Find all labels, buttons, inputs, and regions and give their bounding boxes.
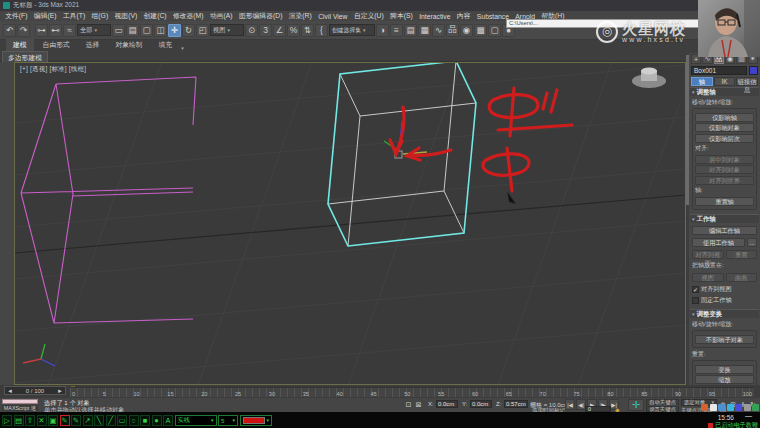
perspective-viewport[interactable]: [+] [透视] [标准] [线框] — [14, 62, 686, 385]
menu-rendering[interactable]: 渲染(R) — [286, 11, 315, 21]
ellipse-tool-icon[interactable]: ○ — [129, 415, 139, 426]
working-pivot-more-button[interactable]: ... — [747, 238, 757, 247]
menu-content[interactable]: 内容 — [454, 11, 474, 21]
highlighter-icon[interactable]: ✎ — [60, 415, 70, 426]
menu-group[interactable]: 组(G) — [88, 11, 111, 21]
affect-hierarchy-only-button[interactable]: 仅影响层次 — [695, 134, 754, 143]
ribbon-tab-object-paint[interactable]: 对象绘制 — [108, 39, 149, 51]
board-icon[interactable]: ▤ — [14, 415, 24, 426]
track-bar-ruler[interactable]: 0 5 10 15 20 25 30 35 40 45 50 55 60 65 … — [70, 387, 754, 397]
bind-spacewarp-icon[interactable]: ≈ — [63, 24, 76, 37]
taskbar-icon[interactable] — [727, 404, 734, 411]
menu-interactive[interactable]: Interactive — [416, 13, 454, 20]
select-object-icon[interactable]: ▭ — [112, 24, 125, 37]
isolate-selection-icon[interactable]: ⊡ — [404, 400, 413, 409]
layer-manager-icon[interactable]: ▤ — [404, 24, 417, 37]
align-icon[interactable]: ≡ — [390, 24, 403, 37]
menu-modifiers[interactable]: 修改器(M) — [170, 11, 207, 21]
snap-3d-icon[interactable]: 3 — [259, 24, 272, 37]
maxscript-listener-label[interactable]: MAXScript 迷 — [2, 405, 38, 411]
menu-animation[interactable]: 动画(A) — [207, 11, 236, 21]
material-editor-icon[interactable]: ◉ — [460, 24, 473, 37]
align-to-view-button[interactable]: 对齐到视图 — [692, 250, 724, 259]
select-region-icon[interactable]: ▢ — [140, 24, 153, 37]
angle-snap-icon[interactable]: ∠ — [273, 24, 286, 37]
viewport-label[interactable]: [+] [透视] [标准] [线框] — [20, 65, 86, 74]
pen-icon[interactable]: ✎ — [71, 415, 81, 426]
checked-checkbox-icon[interactable]: ✓ — [692, 286, 699, 293]
text-tool-icon[interactable]: A — [163, 415, 173, 426]
schematic-view-icon[interactable]: 品 — [446, 24, 459, 37]
menu-civil-view[interactable]: Civil View — [315, 13, 351, 20]
pink-wireframe-box[interactable] — [21, 77, 196, 323]
filled-circle-icon[interactable]: ● — [152, 415, 162, 426]
y-coord-field[interactable]: 0.0cm — [470, 400, 492, 408]
maxscript-macro-line[interactable] — [2, 399, 38, 404]
reset-transform-button[interactable]: 变换 — [695, 365, 754, 374]
taskbar-icon[interactable] — [752, 404, 759, 411]
taskbar-icon[interactable] — [701, 404, 708, 411]
auto-key-button[interactable]: 自动关键点 — [646, 399, 679, 405]
set-keys-button[interactable]: ✛ — [628, 399, 644, 411]
pivot-mode-tab[interactable]: 轴 — [691, 77, 713, 86]
rotate-icon[interactable]: ↻ — [182, 24, 195, 37]
affect-object-only-button[interactable]: 仅影响对象 — [695, 123, 754, 132]
curve-editor-icon[interactable]: ∿ — [432, 24, 445, 37]
x-coord-field[interactable]: 0.0cm — [436, 400, 458, 408]
use-working-pivot-button[interactable]: 使用工作轴 — [692, 238, 745, 247]
prev-frame-arrow-icon[interactable]: ◄ — [7, 388, 13, 394]
rollout-working-pivot[interactable]: ▾ 工作轴 — [690, 214, 759, 223]
unchecked-checkbox-icon[interactable] — [692, 297, 699, 304]
link-info-mode-tab[interactable]: 链接信息 — [736, 77, 758, 86]
taskbar-icon[interactable] — [710, 404, 717, 411]
rollout-adjust-transform[interactable]: ▾ 调整变换 — [690, 309, 759, 318]
reset-scale-button[interactable]: 缩放 — [695, 375, 754, 384]
menu-scripting[interactable]: 脚本(S) — [387, 11, 416, 21]
select-link-icon[interactable]: ⊶ — [35, 24, 48, 37]
taskbar-icon[interactable] — [718, 404, 725, 411]
ribbon-tab-populate[interactable]: 填充 — [152, 39, 180, 51]
taskbar-icon[interactable] — [744, 404, 751, 411]
arrow-tool-icon[interactable]: ↗ — [83, 415, 93, 426]
reset-pivot-button[interactable]: 重置轴 — [695, 197, 754, 206]
close-icon[interactable]: ✕ — [37, 415, 47, 426]
place-view-button[interactable]: 视图 — [692, 273, 724, 282]
selection-filter-dropdown[interactable]: 全部 ▾ — [77, 24, 111, 36]
viewport-canvas[interactable] — [15, 63, 685, 384]
redo-icon[interactable]: ↷ — [17, 24, 30, 37]
menu-file[interactable]: 文件(F) — [2, 11, 31, 21]
ribbon-toggle-icon[interactable]: ▦ — [418, 24, 431, 37]
menu-customize[interactable]: 自定义(U) — [351, 11, 387, 21]
ribbon-tab-modeling[interactable]: 建模 — [6, 39, 34, 51]
ribbon-tab-selection[interactable]: 选择 — [79, 39, 107, 51]
unlink-icon[interactable]: ⊷ — [49, 24, 62, 37]
affect-pivot-only-button[interactable]: 仅影响轴 — [695, 113, 754, 122]
minimize-glyph[interactable]: — — [745, 412, 752, 419]
move-icon[interactable]: ✛ — [168, 24, 181, 37]
pen-size-dropdown[interactable]: 5 ▾ — [218, 415, 238, 426]
ribbon-tab-freeform[interactable]: 自由形式 — [36, 39, 77, 51]
rendered-frame-icon[interactable]: ▢ — [488, 24, 501, 37]
polygon-modeling-tab[interactable]: 多边形建模 — [2, 51, 48, 62]
center-to-object-button[interactable]: 居中到对象 — [695, 155, 754, 164]
upload-icon[interactable]: ⇧ — [25, 415, 35, 426]
align-to-object-button[interactable]: 对齐到对象 — [695, 165, 754, 174]
spinner-snap-icon[interactable]: ⇅ — [301, 24, 314, 37]
reset-working-pivot-button[interactable]: 重置 — [726, 250, 758, 259]
time-slider[interactable]: ◄ 0 / 100 ► — [4, 386, 66, 395]
line-tool-icon[interactable]: ╲ — [94, 415, 104, 426]
edit-named-sel-icon[interactable]: { — [315, 24, 328, 37]
object-color-swatch[interactable] — [749, 66, 758, 75]
menu-edit[interactable]: 编辑(E) — [31, 11, 60, 21]
line-style-dropdown[interactable]: 实线 ▾ — [175, 415, 217, 426]
next-frame-arrow-icon[interactable]: ► — [57, 388, 63, 394]
filled-rect-icon[interactable]: ■ — [140, 415, 150, 426]
selection-lock-icon[interactable]: ⊠ — [414, 400, 423, 409]
taskbar-icon[interactable] — [735, 404, 742, 411]
scale-icon[interactable]: ◰ — [196, 24, 209, 37]
rect-tool-icon[interactable]: ▭ — [117, 415, 127, 426]
go-start-icon[interactable]: |◀ — [565, 399, 575, 410]
named-selection-dropdown[interactable]: 创建选择集 ▾ — [329, 24, 375, 36]
window-crossing-icon[interactable]: ◫ — [154, 24, 167, 37]
panel-scrollbar[interactable] — [686, 53, 689, 385]
